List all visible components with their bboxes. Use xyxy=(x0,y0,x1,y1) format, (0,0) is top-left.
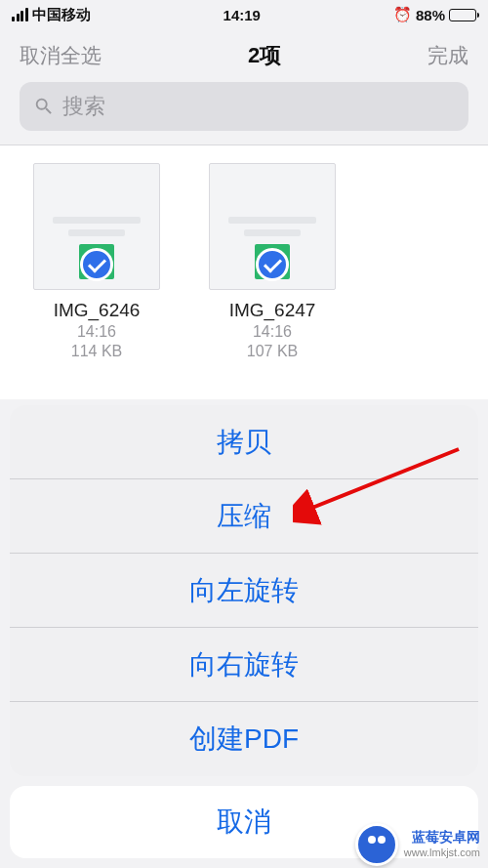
file-name: IMG_6246 xyxy=(33,300,160,321)
battery-icon xyxy=(449,9,476,21)
page-title: 2项 xyxy=(248,41,281,70)
status-left: 中国移动 xyxy=(12,6,91,24)
file-grid: IMG_6246 14:16 114 KB IMG_6247 14:16 107… xyxy=(0,145,488,399)
watermark: 蓝莓安卓网 www.lmkjst.com xyxy=(355,823,480,866)
search-placeholder: 搜索 xyxy=(62,92,105,121)
action-sheet: 拷贝 压缩 向左旋转 向右旋转 创建PDF 取消 xyxy=(10,405,478,858)
status-right: ⏰ 88% xyxy=(393,6,476,23)
compress-action[interactable]: 压缩 xyxy=(10,479,478,554)
status-time: 14:19 xyxy=(224,7,261,23)
watermark-logo-icon xyxy=(355,823,398,866)
rotate-right-action[interactable]: 向右旋转 xyxy=(10,628,478,702)
file-time: 14:16 xyxy=(33,323,160,341)
status-bar: 中国移动 14:19 ⏰ 88% xyxy=(0,0,488,29)
action-sheet-group: 拷贝 压缩 向左旋转 向右旋转 创建PDF xyxy=(10,405,478,776)
file-size: 114 KB xyxy=(33,343,160,360)
watermark-text: 蓝莓安卓网 www.lmkjst.com xyxy=(404,829,480,860)
signal-icon xyxy=(12,8,28,21)
search-icon xyxy=(33,96,55,117)
selected-check-icon xyxy=(80,248,113,281)
file-name: IMG_6247 xyxy=(209,300,336,321)
file-item[interactable]: IMG_6247 14:16 107 KB xyxy=(209,163,336,382)
deselect-all-button[interactable]: 取消全选 xyxy=(20,42,102,69)
nav-bar: 取消全选 2项 完成 xyxy=(0,29,488,82)
file-size: 107 KB xyxy=(209,343,336,360)
file-thumbnail xyxy=(33,163,160,290)
file-time: 14:16 xyxy=(209,323,336,341)
create-pdf-action[interactable]: 创建PDF xyxy=(10,702,478,776)
carrier-label: 中国移动 xyxy=(32,6,91,24)
battery-pct: 88% xyxy=(416,7,445,23)
file-item[interactable]: IMG_6246 14:16 114 KB xyxy=(33,163,160,382)
search-input[interactable]: 搜索 xyxy=(20,82,468,131)
copy-action[interactable]: 拷贝 xyxy=(10,405,478,479)
done-button[interactable]: 完成 xyxy=(427,42,468,69)
search-wrap: 搜索 xyxy=(0,82,488,145)
file-thumbnail xyxy=(209,163,336,290)
selected-check-icon xyxy=(256,248,289,281)
rotate-left-action[interactable]: 向左旋转 xyxy=(10,554,478,628)
alarm-icon: ⏰ xyxy=(393,6,412,23)
